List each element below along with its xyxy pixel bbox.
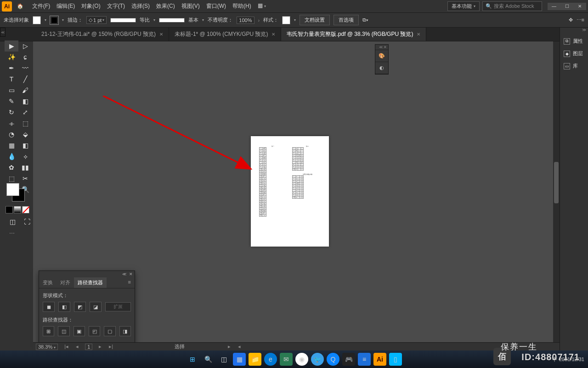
floating-panel-strip[interactable]: ≪ ✕ 🎨 ◐ [375, 44, 389, 75]
close-tab-icon[interactable]: ✕ [417, 32, 420, 37]
app-button-4[interactable]: ≡ [358, 353, 371, 366]
last-artboard-button[interactable]: ▸| [108, 344, 114, 350]
paintbrush-tool[interactable]: 🖌 [18, 85, 32, 96]
color-mode-solid[interactable] [6, 206, 13, 213]
graph-tool[interactable]: ▮▮ [18, 162, 32, 173]
app-logo[interactable]: Ai [2, 1, 12, 12]
intersect-button[interactable]: ◩ [74, 302, 86, 312]
free-transform-tool[interactable]: ⬚ [18, 118, 32, 129]
menu-window[interactable]: 窗口(W) [204, 0, 229, 12]
width-tool[interactable]: ⟛ [5, 118, 18, 129]
prev-artboard-button[interactable]: ◂ [75, 344, 79, 350]
lasso-tool[interactable]: ɕ [18, 52, 32, 63]
menu-edit[interactable]: 编辑(E) [54, 0, 78, 12]
next-artboard-button[interactable]: ▸ [98, 344, 102, 350]
blend-tool[interactable]: ⟡ [18, 151, 32, 162]
color-mode-gradient[interactable] [14, 206, 21, 213]
pathfinder-panel[interactable]: ≪✕ 变换 对齐 路径查找器 ≡ 形状模式： ◼ ◧ ◩ ◪ 扩展 路径查找器：… [39, 270, 135, 345]
panel-close-icon[interactable]: ✕ [129, 272, 133, 276]
vertical-scrollbar[interactable] [553, 41, 560, 342]
right-collapse-toggle[interactable]: ≫ [560, 28, 588, 35]
stroke-profile[interactable] [110, 18, 136, 23]
merge-button[interactable]: ▣ [74, 326, 85, 336]
panel-menu-icon[interactable]: ≡ [124, 277, 135, 288]
first-artboard-button[interactable]: |◂ [63, 344, 69, 350]
document-tab-2[interactable]: 未标题-1* @ 100% (CMYK/GPU 预览)✕ [169, 28, 282, 41]
libraries-panel-button[interactable]: ▭库 [560, 60, 588, 72]
widgets-button[interactable]: ▦ [233, 353, 246, 366]
edit-toolbar-icon[interactable]: ⋯ [9, 230, 15, 236]
stroke-swatch[interactable] [50, 16, 58, 24]
fill-color-icon[interactable] [6, 183, 19, 196]
menu-file[interactable]: 文件(F) [29, 0, 53, 12]
menu-view[interactable]: 视图(V) [179, 0, 203, 12]
screen-mode-icon[interactable]: ⛶ [20, 216, 34, 227]
menu-select[interactable]: 选择(S) [129, 0, 153, 12]
adobe-stock-search[interactable]: 🔍 搜索 Adobe Stock [482, 1, 542, 11]
color-panel-icon[interactable]: 🎨 [375, 50, 388, 62]
document-setup-button[interactable]: 文档设置 [300, 15, 330, 25]
mesh-tool[interactable]: ▦ [5, 140, 18, 151]
workspace-switcher[interactable]: 基本功能▾ [447, 1, 480, 11]
magic-wand-tool[interactable]: ✨ [5, 52, 18, 63]
minus-front-button[interactable]: ◧ [58, 302, 70, 312]
home-button[interactable]: 🏠 [15, 1, 26, 12]
pen-tool[interactable]: ✒ [5, 63, 18, 74]
properties-panel-button[interactable]: ⧉属性 [560, 35, 588, 47]
shaper-tool[interactable]: ✎ [5, 96, 18, 107]
taskbar-date[interactable]: 2021/12/31 [559, 356, 584, 362]
maximize-button[interactable]: ☐ [560, 3, 573, 10]
perspective-tool[interactable]: ⬙ [18, 129, 32, 140]
zoom-dropdown[interactable]: 38.3% ▾ [36, 344, 58, 350]
opt-transform-icon[interactable]: ✥ [569, 17, 573, 23]
rotate-tool[interactable]: ↻ [5, 107, 18, 118]
left-collapse-toggle[interactable]: ≪ [0, 28, 6, 37]
scrollbar-thumb[interactable] [554, 162, 559, 203]
graphic-style-swatch[interactable] [282, 16, 290, 24]
transform-tab[interactable]: 变换 [39, 277, 57, 288]
type-tool[interactable]: T [5, 74, 18, 85]
symbol-sprayer-tool[interactable]: ✿ [5, 162, 18, 173]
chrome-button[interactable]: ◉ [295, 353, 308, 366]
divide-button[interactable]: ⊞ [43, 326, 54, 336]
app-button-3[interactable]: 🎮 [342, 353, 355, 366]
fill-swatch[interactable] [33, 16, 41, 24]
stroke-weight-input[interactable]: ◇ 1 pt ▾ [86, 16, 107, 24]
minus-back-button[interactable]: ◨ [119, 326, 131, 336]
ime-indicator[interactable]: 中 [552, 356, 557, 363]
edge-button[interactable]: e [264, 353, 277, 366]
shape-builder-tool[interactable]: ◔ [5, 129, 18, 140]
exclude-button[interactable]: ◪ [90, 302, 102, 312]
artboard-nav-input[interactable]: 1 [85, 344, 92, 350]
close-tab-icon[interactable]: ✕ [159, 32, 163, 37]
layers-panel-button[interactable]: ◆图层 [560, 47, 588, 60]
rectangle-tool[interactable]: ▭ [5, 85, 18, 96]
curvature-tool[interactable]: 〰 [18, 63, 32, 74]
hscroll-right[interactable]: ◂ [237, 344, 242, 350]
line-tool[interactable]: ╱ [18, 74, 32, 85]
menu-effect[interactable]: 效果(C) [153, 0, 178, 12]
pathfinder-tab[interactable]: 路径查找器 [74, 277, 107, 288]
align-tab[interactable]: 对齐 [57, 277, 74, 288]
app-button-2[interactable]: Q [327, 353, 339, 366]
preferences-button[interactable]: 首选项 [334, 15, 359, 25]
color-well[interactable] [6, 183, 25, 201]
crop-button[interactable]: ◰ [89, 326, 100, 336]
unite-button[interactable]: ◼ [43, 302, 55, 312]
align-icon[interactable]: ⧉▾ [362, 17, 368, 23]
app-button-5[interactable]: ▯ [389, 353, 402, 366]
illustrator-taskbar-button[interactable]: Ai [373, 353, 386, 366]
slice-tool[interactable]: ✂ [18, 173, 32, 184]
panel-collapse-icon[interactable]: ≪ [122, 272, 126, 276]
trim-button[interactable]: ◫ [58, 326, 69, 336]
hscroll-left[interactable]: ▸ [227, 344, 232, 350]
menu-type[interactable]: 文字(T) [104, 0, 128, 12]
minimize-button[interactable]: — [548, 3, 560, 10]
color-mode-none[interactable] [22, 206, 29, 213]
selection-tool[interactable]: ▶ [5, 40, 18, 52]
explorer-button[interactable]: 📁 [249, 353, 261, 366]
artboard-tool[interactable]: ⬚ [5, 173, 18, 184]
document-tab-1[interactable]: 21-12-王鸿伟-01.ai* @ 150% (RGB/GPU 预览)✕ [36, 28, 169, 41]
task-view-button[interactable]: ◫ [217, 353, 230, 366]
scale-tool[interactable]: ⤢ [18, 107, 32, 118]
